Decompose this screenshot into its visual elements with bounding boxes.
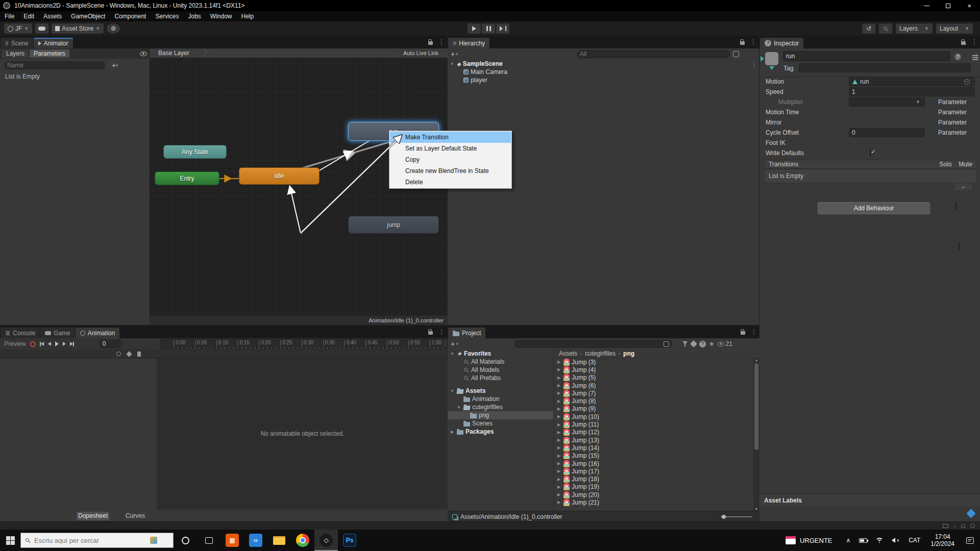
play-button[interactable] xyxy=(468,23,481,34)
hierarchy-row[interactable]: ▼ SampleScene xyxy=(448,60,760,68)
object-picker-icon[interactable] xyxy=(964,79,970,85)
record-icon[interactable] xyxy=(30,341,36,347)
undo-history-button[interactable]: ↺ xyxy=(862,23,875,34)
status-display-icon[interactable] xyxy=(943,524,948,528)
account-button[interactable]: JF▼ xyxy=(4,23,32,34)
project-tree-row[interactable]: Scenes xyxy=(448,419,553,428)
context-menu-item[interactable]: Copy xyxy=(390,154,511,165)
project-file-row[interactable]: ▶ Jump (6) xyxy=(554,382,753,389)
remove-transition-button[interactable]: − xyxy=(953,183,973,191)
last-key-button[interactable] xyxy=(70,342,74,346)
component-menu-icon[interactable]: ⋮ xyxy=(973,53,979,60)
project-file-row[interactable]: ▶ Jump (14) xyxy=(554,444,753,452)
add-parameter-button[interactable]: +▾ xyxy=(108,61,121,70)
menu-item[interactable]: Help xyxy=(237,11,259,21)
news-widget[interactable]: URGENTE xyxy=(786,536,832,544)
menu-item[interactable]: Jobs xyxy=(183,11,205,21)
project-tree-row[interactable]: ▶ Packages xyxy=(448,428,553,436)
project-tree-row[interactable]: ▼ cutegirlfiles xyxy=(448,403,553,411)
project-tree-row[interactable]: All Materials xyxy=(448,358,553,366)
base-layer-breadcrumb[interactable]: Base Layer xyxy=(158,49,189,57)
project-file-row[interactable]: ▶ Jump (17) xyxy=(554,467,753,475)
create-object-button[interactable]: +▾ xyxy=(451,51,458,58)
cloud-build-icon[interactable]: ⚙ xyxy=(107,23,120,34)
play-animation-button[interactable] xyxy=(55,341,59,346)
notification-center-button[interactable] xyxy=(960,530,980,551)
project-file-row[interactable]: ▶ Jump (19) xyxy=(554,483,753,491)
cloud-button[interactable] xyxy=(35,23,48,34)
scene-picker-icon[interactable] xyxy=(733,51,739,57)
state-node-any-state[interactable]: Any State xyxy=(163,145,227,159)
maximize-button[interactable] xyxy=(937,0,959,11)
taskbar-app-vscode[interactable]: ‹› xyxy=(244,530,267,551)
state-name-field[interactable] xyxy=(783,51,950,61)
add-event-icon[interactable] xyxy=(137,352,141,357)
preview-toggle[interactable]: Preview xyxy=(4,340,26,347)
first-key-button[interactable] xyxy=(40,342,44,346)
foot-ik-checkbox[interactable] xyxy=(959,242,960,251)
project-file-row[interactable]: ▶ Jump (7) xyxy=(554,389,753,397)
step-button[interactable] xyxy=(496,23,509,34)
search-by-type-icon[interactable] xyxy=(682,341,688,347)
minimize-button[interactable] xyxy=(916,0,937,11)
slider-knob[interactable] xyxy=(722,515,726,519)
add-behaviour-button[interactable]: Add Behaviour xyxy=(818,202,930,214)
lock-icon[interactable] xyxy=(740,41,745,45)
project-tree-row[interactable]: ▼ Favorites xyxy=(448,349,553,358)
pause-button[interactable] xyxy=(482,23,495,34)
search-button[interactable] xyxy=(879,23,892,34)
motion-field[interactable]: run xyxy=(849,77,975,86)
breadcrumb-png[interactable]: png xyxy=(623,350,634,357)
clock[interactable]: 17:04 1/2/2024 xyxy=(930,533,954,547)
project-file-row[interactable]: ▶ Jump (13) xyxy=(554,436,753,444)
mirror-checkbox[interactable] xyxy=(955,202,957,210)
search-by-label-icon[interactable] xyxy=(690,340,697,347)
menu-item[interactable]: Component xyxy=(110,11,151,21)
lock-icon[interactable] xyxy=(428,41,433,45)
timeline-ruler[interactable]: 0:000:050:100:150:200:250:300:350:400:45… xyxy=(161,338,448,349)
help-icon[interactable] xyxy=(954,54,961,60)
eye-icon[interactable] xyxy=(140,52,147,56)
project-file-row[interactable]: ▶ Jump (3) xyxy=(554,358,753,366)
taskbar-app-chrome[interactable] xyxy=(291,530,314,551)
cortana-button[interactable] xyxy=(174,530,197,551)
project-file-row[interactable]: ▶ Jump (11) xyxy=(554,420,753,428)
panel-menu-icon[interactable]: ⋮ xyxy=(750,38,756,45)
lock-icon[interactable] xyxy=(741,331,745,335)
tab-scene[interactable]: #Scene xyxy=(1,38,33,48)
project-file-row[interactable]: ▶ Jump (18) xyxy=(554,475,753,483)
add-keyframe-icon[interactable] xyxy=(126,351,132,357)
state-node-entry[interactable]: Entry xyxy=(155,171,219,185)
close-button[interactable]: × xyxy=(959,0,980,11)
scene-menu-icon[interactable]: ⋮ xyxy=(751,61,757,68)
multiplier-dropdown[interactable]: ▼ xyxy=(849,97,925,107)
project-file-row[interactable]: ▶ Jump (21) xyxy=(554,498,753,506)
panel-menu-icon[interactable]: ⋮ xyxy=(751,328,757,335)
project-file-row[interactable]: ▶ Jump (10) xyxy=(554,413,753,420)
project-tree-row[interactable]: All Prefabs xyxy=(448,374,553,382)
breadcrumb-cutegirlfiles[interactable]: cutegirlfiles xyxy=(585,350,616,357)
panel-menu-icon[interactable]: ⋮ xyxy=(438,328,445,335)
tag-field[interactable] xyxy=(799,63,971,72)
taskbar-search-box[interactable] xyxy=(20,533,174,548)
tab-console[interactable]: ≣Console xyxy=(1,328,40,338)
speed-field[interactable] xyxy=(849,87,975,96)
project-file-row[interactable]: ▶ Jump (15) xyxy=(554,452,753,460)
parameters-tab[interactable]: Parameters xyxy=(30,49,69,58)
hidden-icons-button[interactable]: ∧ xyxy=(846,537,851,544)
layers-tab[interactable]: Layers xyxy=(2,49,29,58)
project-file-row[interactable]: ▶ Jump (12) xyxy=(554,429,753,436)
status-download-icon[interactable]: ↓ xyxy=(953,523,956,529)
language-indicator[interactable]: CAT xyxy=(909,537,920,544)
thumbnail-zoom-slider[interactable] xyxy=(721,516,752,517)
curves-button[interactable]: Curves xyxy=(124,512,147,520)
scroll-down-icon[interactable]: ▼ xyxy=(754,507,759,511)
panel-menu-icon[interactable]: ⋮ xyxy=(971,38,977,45)
scrollbar-thumb[interactable] xyxy=(754,363,758,450)
tab-game[interactable]: Game xyxy=(40,328,75,338)
taskbar-app-photoshop[interactable]: Ps xyxy=(338,530,361,551)
frame-field[interactable] xyxy=(100,340,121,348)
menu-item[interactable]: Edit xyxy=(19,11,39,21)
scroll-up-icon[interactable]: ▲ xyxy=(754,358,759,362)
state-node-jump[interactable]: jump xyxy=(348,216,439,234)
